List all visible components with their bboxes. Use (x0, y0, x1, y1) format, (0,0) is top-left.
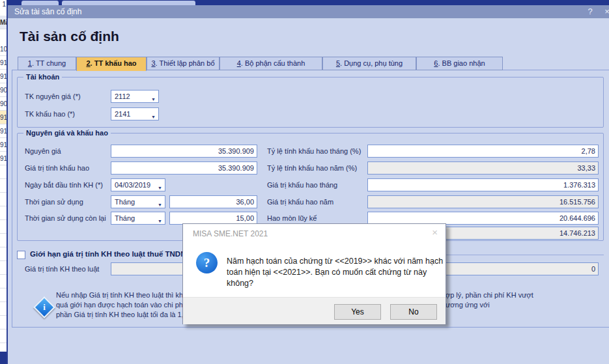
grid-row: 91 (0, 152, 7, 165)
message-line: toán hiện tại <<2021>>. Bạn có muốn cất … (227, 268, 427, 277)
grid-empty-rows (0, 165, 7, 352)
tab-tt-khau-hao[interactable]: 2. TT khấu hao (76, 57, 147, 71)
grid-row: 91 (0, 70, 7, 83)
tab-dung-cu-phu-tung[interactable]: 5. Dụng cụ, phụ tùng (322, 57, 416, 70)
grid-row: 10 (0, 42, 7, 56)
tab-tt-chung[interactable]: 1. TT chung (18, 57, 76, 70)
close-icon[interactable]: × (601, 5, 609, 18)
message-box-title: MISA SME.NET 2021 (193, 229, 268, 238)
tab-bo-phan-cau-thanh[interactable]: 4. Bộ phận cấu thành (220, 57, 322, 70)
grid-cell: 1 (0, 0, 7, 9)
message-line: Năm hạch toán của chứng từ <<2019>> khác… (227, 257, 443, 266)
dialog-close-icon[interactable]: × (432, 227, 438, 238)
page-title: Tài sản cố định (20, 29, 119, 44)
screen: 1 Mã 10 91 91 90 90 91 91 91 91 Sửa tài … (0, 0, 609, 364)
tab-thiet-lap-phan-bo[interactable]: 3. Thiết lập phân bổ (147, 57, 220, 70)
background-top-bar (7, 0, 609, 5)
grid-row: 90 (0, 97, 7, 111)
help-icon[interactable]: ? (584, 5, 596, 18)
tab-bb-giao-nhan[interactable]: 6. BB giao nhận (416, 57, 503, 70)
message-box: MISA SME.NET 2021 × ? Năm hạch toán của … (182, 223, 446, 324)
background-grid-strip: 1 Mã 10 91 91 90 90 91 91 91 91 (0, 0, 7, 364)
background-tab-shape (62, 1, 195, 5)
message-box-footer: Yes No (183, 297, 446, 324)
grid-row-highlighted: 91 (0, 111, 7, 124)
window-titlebar: Sửa tài sản cố định ? × (8, 5, 609, 18)
message-line: không? (227, 279, 253, 288)
yes-button[interactable]: Yes (334, 304, 381, 320)
window-title: Sửa tài sản cố định (14, 7, 81, 16)
grid-row: 91 (0, 138, 7, 152)
grid-column-header: Mã (0, 16, 7, 29)
grid-row: 91 (0, 124, 7, 138)
grid-row: 90 (0, 83, 7, 97)
background-tab-shape (21, 1, 59, 5)
no-button[interactable]: No (390, 304, 437, 320)
question-icon: ? (196, 252, 218, 273)
grid-footer-strip (0, 352, 7, 364)
grid-row: 91 (0, 56, 7, 70)
